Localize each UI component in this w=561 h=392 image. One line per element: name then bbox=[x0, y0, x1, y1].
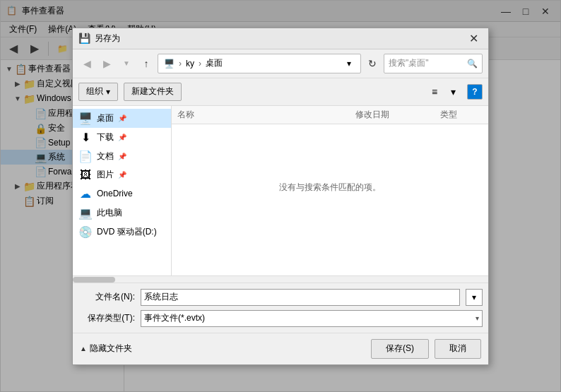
hidden-folder-label: 隐藏文件夹 bbox=[90, 343, 132, 355]
dialog-actions: ▲ 隐藏文件夹 保存(S) 取消 bbox=[73, 333, 488, 364]
qs-onedrive-icon: ☁ bbox=[78, 187, 93, 201]
qs-dvd[interactable]: 💿 DVD 驱动器(D:) bbox=[73, 222, 171, 242]
filetype-value: 事件文件(*.evtx) bbox=[144, 312, 476, 324]
qs-documents-icon: 📄 bbox=[78, 150, 93, 163]
col-type[interactable]: 类型 bbox=[440, 109, 483, 121]
filename-dropdown[interactable]: ▾ bbox=[466, 289, 483, 306]
help-button[interactable]: ? bbox=[467, 84, 483, 100]
dialog-action-bar: 组织 ▾ 新建文件夹 ≡ ▾ ? bbox=[73, 78, 488, 106]
qs-pictures-pin: 📌 bbox=[118, 171, 126, 179]
refresh-button[interactable]: ↻ bbox=[364, 55, 381, 72]
dialog-actions-right: 保存(S) 取消 bbox=[371, 339, 481, 359]
dialog-files: 名称 修改日期 类型 没有与搜索条件匹配的项。 bbox=[172, 106, 488, 275]
view-options: ≡ ▾ bbox=[426, 83, 461, 100]
hscroll-area[interactable] bbox=[73, 275, 488, 283]
qs-desktop-label: 桌面 bbox=[97, 112, 114, 124]
col-name[interactable]: 名称 bbox=[177, 109, 355, 121]
search-icon: 🔍 bbox=[467, 59, 478, 69]
dialog-close-button[interactable]: ✕ bbox=[464, 31, 483, 45]
save-as-dialog: 💾 另存为 ✕ ◀ ▶ ▼ ↑ 🖥️ › ky › 桌面 ▾ bbox=[72, 28, 489, 365]
qs-dvd-icon: 💿 bbox=[78, 225, 93, 239]
qs-desktop[interactable]: 🖥️ 桌面 📌 bbox=[73, 109, 171, 128]
new-folder-label: 新建文件夹 bbox=[131, 85, 174, 97]
address-dropdown[interactable]: ▾ bbox=[343, 59, 355, 69]
dialog-nav: ◀ ▶ ▼ ↑ 🖥️ › ky › 桌面 ▾ ↻ 搜索"桌面" bbox=[73, 49, 488, 78]
qs-documents-label: 文档 bbox=[97, 150, 114, 162]
dialog-title-icon: 💾 bbox=[78, 32, 90, 44]
filename-label: 文件名(N): bbox=[78, 291, 135, 303]
filetype-arrow: ▾ bbox=[476, 314, 479, 322]
path-sep-1: › bbox=[179, 59, 182, 69]
address-bar[interactable]: 🖥️ › ky › 桌面 ▾ bbox=[158, 54, 361, 73]
search-placeholder: 搜索"桌面" bbox=[389, 57, 464, 69]
filetype-row: 保存类型(T): 事件文件(*.evtx) ▾ bbox=[78, 310, 483, 327]
path-folder: 桌面 bbox=[206, 57, 223, 69]
nav-recent-button[interactable]: ▼ bbox=[118, 55, 135, 72]
qs-thispc-icon: 💻 bbox=[78, 206, 93, 220]
qs-downloads-pin: 📌 bbox=[118, 133, 126, 141]
col-date[interactable]: 修改日期 bbox=[355, 109, 440, 121]
nav-forward-button[interactable]: ▶ bbox=[98, 55, 115, 72]
qs-dvd-label: DVD 驱动器(D:) bbox=[97, 226, 157, 238]
filetype-label: 保存类型(T): bbox=[78, 312, 135, 324]
search-box[interactable]: 搜索"桌面" 🔍 bbox=[384, 54, 483, 73]
qs-pictures-icon: 🖼 bbox=[78, 169, 93, 182]
dialog-footer: 文件名(N): ▾ 保存类型(T): 事件文件(*.evtx) ▾ bbox=[73, 283, 488, 333]
filename-input[interactable] bbox=[141, 289, 460, 306]
save-button[interactable]: 保存(S) bbox=[371, 339, 429, 359]
address-bar-icon: 🖥️ bbox=[164, 59, 175, 69]
organize-label: 组织 bbox=[86, 85, 103, 97]
organize-arrow: ▾ bbox=[106, 87, 110, 97]
nav-up-button[interactable]: ↑ bbox=[138, 55, 155, 72]
qs-downloads[interactable]: ⬇ 下载 📌 bbox=[73, 128, 171, 147]
nav-back-button[interactable]: ◀ bbox=[78, 55, 95, 72]
qs-desktop-pin: 📌 bbox=[118, 114, 126, 122]
qs-pictures[interactable]: 🖼 图片 📌 bbox=[73, 166, 171, 184]
expand-hidden-folder-icon[interactable]: ▲ bbox=[80, 345, 87, 352]
qs-pictures-label: 图片 bbox=[97, 169, 114, 181]
dialog-overlay: 💾 另存为 ✕ ◀ ▶ ▼ ↑ 🖥️ › ky › 桌面 ▾ bbox=[1, 1, 560, 391]
dialog-sidebar: 🖥️ 桌面 📌 ⬇ 下载 📌 📄 文档 📌 bbox=[73, 106, 172, 275]
dialog-body: 🖥️ 桌面 📌 ⬇ 下载 📌 📄 文档 📌 bbox=[73, 106, 488, 275]
dialog-title-bar: 💾 另存为 ✕ bbox=[73, 28, 488, 49]
path-user: ky bbox=[186, 59, 194, 69]
organize-button[interactable]: 组织 ▾ bbox=[78, 83, 118, 101]
qs-thispc[interactable]: 💻 此电脑 bbox=[73, 203, 171, 222]
empty-text: 没有与搜索条件匹配的项。 bbox=[279, 182, 381, 194]
file-empty-message: 没有与搜索条件匹配的项。 bbox=[172, 124, 488, 251]
filetype-select[interactable]: 事件文件(*.evtx) ▾ bbox=[141, 310, 483, 327]
path-sep-2: › bbox=[199, 59, 201, 69]
view-list-button[interactable]: ≡ bbox=[426, 83, 443, 100]
qs-onedrive-label: OneDrive bbox=[97, 189, 133, 198]
qs-desktop-icon: 🖥️ bbox=[78, 112, 93, 125]
dialog-title: 另存为 bbox=[95, 32, 464, 44]
filename-row: 文件名(N): ▾ bbox=[78, 289, 483, 306]
qs-thispc-label: 此电脑 bbox=[97, 207, 122, 219]
main-window: 📋 事件查看器 — □ ✕ 文件(F) 操作(A) 查看(V) 帮助(H) ◀ … bbox=[0, 0, 561, 392]
view-dropdown-button[interactable]: ▾ bbox=[444, 83, 461, 100]
cancel-button[interactable]: 取消 bbox=[435, 339, 481, 359]
qs-downloads-label: 下载 bbox=[97, 131, 114, 143]
qs-downloads-icon: ⬇ bbox=[78, 131, 93, 144]
file-header: 名称 修改日期 类型 bbox=[172, 106, 488, 124]
hscroll-thumb[interactable] bbox=[73, 277, 115, 283]
qs-onedrive[interactable]: ☁ OneDrive bbox=[73, 184, 171, 203]
qs-documents[interactable]: 📄 文档 📌 bbox=[73, 147, 171, 166]
dialog-actions-left: ▲ 隐藏文件夹 bbox=[80, 343, 132, 355]
new-folder-button[interactable]: 新建文件夹 bbox=[124, 83, 182, 101]
qs-documents-pin: 📌 bbox=[118, 153, 126, 160]
